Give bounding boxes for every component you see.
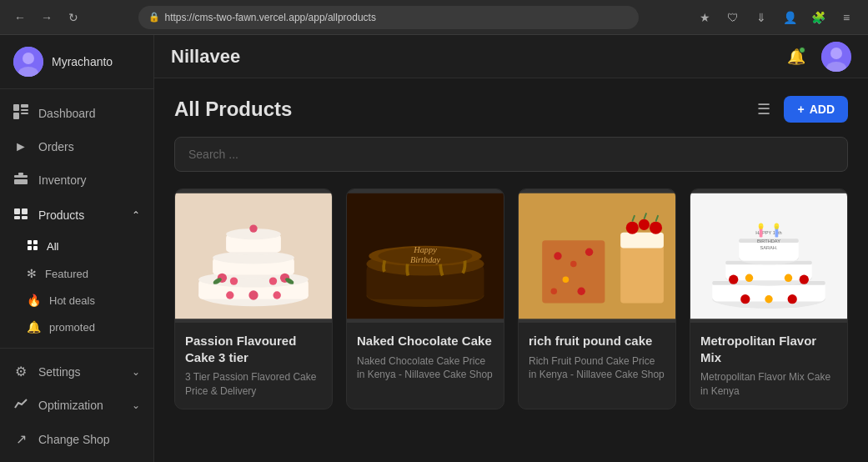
product-card-passion-cake[interactable]: Passion Flavoured Cake 3 tier 3 Tier Pas…	[174, 188, 333, 409]
svg-rect-60	[620, 233, 664, 249]
products-icon	[13, 206, 28, 224]
download-button[interactable]: ⇓	[750, 6, 773, 29]
app-title: Nillavee	[171, 46, 781, 68]
back-button[interactable]: ←	[10, 8, 30, 28]
product-desc-naked-chocolate: Naked Chocolate Cake Price in Kenya - Ni…	[357, 354, 494, 383]
shield-button[interactable]: 🛡	[721, 6, 745, 29]
product-image-metropolitan: HAPPY 19th BIRTHDAY SARAH.	[690, 189, 847, 323]
sidebar-item-dashboard[interactable]: Dashboard	[0, 96, 153, 131]
svg-rect-15	[28, 240, 32, 244]
svg-point-35	[269, 277, 277, 284]
svg-text:SARAH.: SARAH.	[760, 245, 778, 250]
svg-point-36	[248, 290, 258, 299]
svg-point-20	[830, 48, 842, 59]
product-name-metropolitan: Metropolitan Flavor Mix	[700, 333, 837, 365]
svg-point-55	[585, 249, 593, 256]
svg-point-85	[788, 294, 797, 304]
svg-rect-5	[21, 109, 28, 111]
sidebar-sub-item-featured-label: Featured	[45, 268, 88, 280]
sidebar-item-orders[interactable]: ► Orders	[0, 131, 153, 163]
notification-button[interactable]: 🔔	[781, 42, 811, 72]
product-info-passion-cake: Passion Flavoured Cake 3 tier 3 Tier Pas…	[175, 323, 332, 409]
svg-point-53	[554, 252, 561, 259]
svg-rect-52	[542, 240, 605, 303]
svg-rect-17	[28, 246, 32, 250]
inventory-icon	[13, 171, 28, 189]
sidebar-sub-item-hot-deals-label: Hot deals	[49, 294, 95, 307]
product-image-rich-fruit	[519, 189, 675, 323]
svg-point-1	[23, 53, 34, 64]
search-bar[interactable]	[174, 137, 848, 172]
svg-point-37	[226, 291, 233, 299]
svg-rect-10	[18, 173, 23, 175]
settings-chevron-icon: ⌄	[132, 366, 140, 378]
sidebar-username: Myrachanto	[52, 55, 113, 68]
sidebar-header: Myrachanto	[0, 35, 153, 89]
browser-chrome: ← → ↻ 🔒 https://cms-two-fawn.vercel.app/…	[0, 0, 868, 35]
product-image-passion-cake	[175, 189, 332, 323]
svg-point-63	[650, 222, 662, 234]
product-desc-rich-fruit: Rich Fruit Pound Cake Price in Kenya - N…	[529, 354, 665, 383]
all-icon	[27, 239, 38, 254]
sidebar-item-products[interactable]: Products ⌃	[0, 198, 153, 233]
user-avatar-top[interactable]	[821, 42, 851, 72]
profile-button[interactable]: 👤	[778, 6, 801, 29]
header-actions: ☰ + ADD	[752, 95, 848, 123]
search-input[interactable]	[188, 148, 834, 161]
svg-point-82	[745, 274, 753, 282]
security-icon: 🔒	[148, 12, 160, 23]
promoted-icon: 🔔	[27, 320, 41, 334]
sidebar-item-settings[interactable]: ⚙ Settings ⌄	[0, 355, 153, 388]
svg-point-61	[626, 222, 639, 234]
forward-button[interactable]: →	[37, 8, 57, 28]
sidebar-sub-item-hot-deals[interactable]: 🔥 Hot deals	[0, 287, 153, 314]
add-product-button[interactable]: + ADD	[784, 96, 848, 123]
add-button-label: ADD	[810, 103, 835, 116]
sidebar-sub-item-promoted[interactable]: 🔔 promoted	[0, 314, 153, 340]
sidebar-item-change-shop-label: Change Shop	[38, 433, 110, 446]
product-desc-metropolitan: Metropolitan Flavor Mix Cake in Kenya	[700, 370, 837, 399]
sidebar-item-change-shop[interactable]: ↗ Change Shop	[0, 423, 153, 455]
sidebar-item-settings-label: Settings	[38, 365, 81, 379]
svg-point-81	[800, 275, 809, 284]
products-chevron-icon: ⌃	[132, 209, 140, 221]
svg-text:BIRTHDAY: BIRTHDAY	[757, 239, 780, 244]
sidebar-footer: ⚙ Settings ⌄ Optimization ⌄ ↗ Change Sho…	[0, 348, 153, 462]
sidebar-sub-item-all[interactable]: All	[0, 233, 153, 260]
top-bar-actions: 🔔	[781, 42, 851, 72]
svg-rect-7	[13, 113, 19, 119]
view-toggle-button[interactable]: ☰	[752, 95, 775, 123]
top-bar: Nillavee 🔔	[154, 35, 868, 78]
sidebar-item-inventory[interactable]: Inventory	[0, 163, 153, 198]
bookmark-button[interactable]: ★	[693, 6, 716, 29]
svg-point-54	[570, 261, 577, 268]
extensions-button[interactable]: 🧩	[806, 6, 830, 29]
svg-rect-12	[22, 208, 28, 214]
svg-point-86	[765, 295, 772, 303]
product-card-naked-chocolate[interactable]: Happy Birthday Naked Chocolate Cake Nake…	[346, 188, 504, 409]
svg-rect-11	[14, 208, 20, 214]
hot-deals-icon: 🔥	[27, 294, 41, 307]
product-desc-passion-cake: 3 Tier Passion Flavored Cake Price & Del…	[185, 370, 322, 399]
sidebar-item-optimization[interactable]: Optimization ⌄	[0, 388, 153, 423]
product-name-passion-cake: Passion Flavoured Cake 3 tier	[185, 333, 322, 365]
add-icon: +	[797, 103, 804, 116]
settings-icon: ⚙	[13, 364, 28, 379]
product-card-rich-fruit[interactable]: rich fruit pound cake Rich Fruit Pound C…	[518, 188, 676, 409]
refresh-button[interactable]: ↻	[63, 8, 83, 28]
svg-rect-18	[33, 246, 38, 250]
menu-button[interactable]: ≡	[835, 6, 858, 29]
svg-point-89	[759, 223, 764, 230]
product-card-metropolitan[interactable]: HAPPY 19th BIRTHDAY SARAH.	[690, 188, 848, 409]
product-info-rich-fruit: rich fruit pound cake Rich Fruit Pound C…	[519, 323, 675, 392]
svg-point-84	[740, 294, 750, 304]
svg-rect-9	[14, 179, 28, 184]
sidebar-sub-item-featured[interactable]: ✻ Featured	[0, 260, 153, 287]
sidebar-item-dashboard-label: Dashboard	[38, 107, 96, 120]
svg-rect-13	[14, 216, 20, 219]
address-bar[interactable]: 🔒 https://cms-two-fawn.vercel.app/app/al…	[138, 6, 639, 29]
svg-rect-4	[21, 104, 28, 108]
product-name-rich-fruit: rich fruit pound cake	[529, 333, 665, 349]
svg-text:Happy: Happy	[413, 245, 437, 254]
product-info-naked-chocolate: Naked Chocolate Cake Naked Chocolate Cak…	[347, 323, 504, 392]
